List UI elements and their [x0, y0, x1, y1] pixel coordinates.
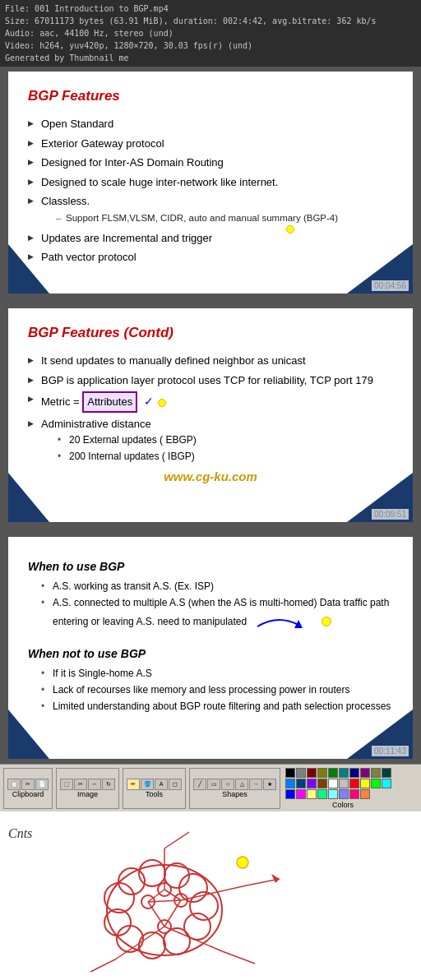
ellipse-btn[interactable]: ○ — [221, 779, 234, 790]
slide2-list: It send updates to manually defined neig… — [28, 351, 393, 466]
color-swatch[interactable] — [328, 779, 338, 788]
color-swatch[interactable] — [296, 768, 306, 778]
file-info: File: 001 Introduction to BGP.mp4 Size: … — [0, 0, 421, 67]
select-btn[interactable]: ⬚ — [60, 779, 73, 790]
file-info-line2: Size: 67011173 bytes (63.91 MiB), durati… — [5, 15, 416, 27]
when-to-use-title: When to use BGP — [28, 560, 393, 573]
paste-btn[interactable]: 📋 — [7, 779, 21, 790]
color-swatch[interactable] — [360, 779, 370, 788]
color-swatch[interactable] — [349, 779, 359, 788]
list-item: Designed for Inter-AS Domain Routing — [28, 153, 393, 173]
sublist-ebgp: 20 External updates ( EBGP) — [58, 432, 393, 448]
list-item-unicast: It send updates to manually defined neig… — [28, 351, 393, 371]
list-item-tcp: BGP is application layer protocol uses T… — [28, 371, 393, 391]
crop-btn[interactable]: ✂ — [74, 779, 87, 790]
color-swatch[interactable] — [328, 789, 338, 799]
when-not-item-1: If it is Single-home A.S — [41, 665, 393, 682]
color-swatch[interactable] — [360, 789, 370, 799]
blue-arrow-annotation — [253, 610, 319, 635]
svg-point-27 — [237, 857, 248, 868]
color-swatch[interactable] — [382, 779, 391, 788]
watermark: www.cg-ku.com — [28, 466, 393, 487]
rect-btn[interactable]: ▭ — [207, 779, 220, 790]
list-item: Open Standard — [28, 114, 393, 134]
color-swatch[interactable] — [339, 779, 349, 788]
list-item-classless: Classless. Support FLSM,VLSM, CIDR, auto… — [28, 192, 393, 229]
drawing-area[interactable]: Cnts — [0, 811, 421, 980]
arrow-btn[interactable]: → — [249, 779, 262, 790]
sublist-ibgp: 200 Internal updates ( IBGP) — [58, 448, 393, 465]
slide3-wrapper: When to use BGP A.S. working as transit … — [0, 532, 421, 764]
svg-line-26 — [164, 927, 222, 951]
color-swatch[interactable] — [339, 768, 349, 778]
file-info-line1: File: 001 Introduction to BGP.mp4 — [5, 2, 416, 15]
cursor-annotation — [286, 225, 294, 233]
clipboard-icons: 📋 ✂ 📄 — [7, 779, 49, 790]
when-not-title: When not to use BGP — [28, 647, 393, 660]
shapes-icons: ╱ ▭ ○ △ → ★ — [193, 779, 276, 790]
file-info-line4: Video: h264, yuv420p, 1280×720, 30.03 fp… — [5, 39, 416, 52]
cursor-dot-metric — [158, 399, 166, 407]
when-not-list: If it is Single-home A.S Lack of recours… — [28, 665, 393, 714]
toolbar-shapes: ╱ ▭ ○ △ → ★ Shapes — [189, 768, 280, 809]
resize-btn[interactable]: ↔ — [88, 779, 101, 790]
text-btn[interactable]: A — [155, 779, 168, 790]
color-swatch[interactable] — [296, 779, 306, 788]
paint-toolbar: 📋 ✂ 📄 Clipboard ⬚ ✂ ↔ ↻ Image ✏ 🪣 A ◻ To… — [0, 764, 421, 811]
rotate-btn[interactable]: ↻ — [102, 779, 115, 790]
when-not-item-2: Lack of recourses like memory and less p… — [41, 682, 393, 698]
when-not-item-3: Limited understanding about BGP route fi… — [41, 698, 393, 714]
cut-btn[interactable]: ✂ — [21, 779, 35, 790]
slide1-timestamp: 00:04:56 — [372, 280, 409, 291]
cursor-dot-slide3 — [322, 617, 331, 626]
list-item-updates: Updates are Incremental and trigger — [28, 229, 393, 248]
color-swatch[interactable] — [285, 768, 295, 778]
slide2: BGP Features (Contd) It send updates to … — [8, 308, 413, 522]
file-info-line3: Audio: aac, 44100 Hz, stereo (und) — [5, 27, 416, 39]
line-btn[interactable]: ╱ — [193, 779, 206, 790]
when-to-use-list: A.S. working as transit A.S. (Ex. ISP) A… — [28, 578, 393, 636]
toolbar-clipboard: 📋 ✂ 📄 Clipboard — [3, 768, 53, 809]
color-swatch[interactable] — [371, 779, 381, 788]
color-swatch[interactable] — [360, 768, 370, 778]
list-item-path: Path vector protocol — [28, 247, 393, 267]
star-btn[interactable]: ★ — [263, 779, 276, 790]
color-swatch[interactable] — [285, 779, 295, 788]
slide2-timestamp: 00:09:51 — [372, 509, 409, 520]
color-swatch[interactable] — [307, 768, 317, 778]
fill-btn[interactable]: 🪣 — [141, 779, 154, 790]
copy-btn[interactable]: 📄 — [35, 779, 49, 790]
clipboard-label: Clipboard — [12, 790, 44, 798]
image-label: Image — [77, 790, 98, 798]
svg-marker-25 — [271, 874, 280, 883]
triangle-btn[interactable]: △ — [235, 779, 248, 790]
slide3: When to use BGP A.S. working as transit … — [8, 537, 413, 759]
pencil-btn[interactable]: ✏ — [127, 779, 140, 790]
color-palette — [285, 768, 400, 799]
eraser-btn[interactable]: ◻ — [169, 779, 182, 790]
tools-label: Tools — [146, 790, 163, 798]
color-swatch[interactable] — [339, 789, 349, 799]
file-info-line5: Generated by Thumbnail me — [5, 52, 416, 64]
admin-sublist: 20 External updates ( EBGP) 200 Internal… — [41, 432, 393, 465]
color-swatch[interactable] — [285, 789, 295, 799]
color-swatch[interactable] — [296, 789, 306, 799]
color-swatch[interactable] — [328, 768, 338, 778]
color-swatch[interactable] — [371, 768, 381, 778]
color-swatch[interactable] — [317, 768, 327, 778]
color-swatch[interactable] — [349, 789, 359, 799]
color-swatch[interactable] — [349, 768, 359, 778]
slide2-wrapper: BGP Features (Contd) It send updates to … — [0, 303, 421, 527]
colors-label: Colors — [332, 801, 354, 809]
color-swatch[interactable] — [382, 768, 391, 778]
when-item-1: A.S. working as transit A.S. (Ex. ISP) — [41, 578, 393, 594]
toolbar-tools: ✏ 🪣 A ◻ Tools — [123, 768, 186, 809]
color-swatch[interactable] — [317, 779, 327, 788]
image-icons: ⬚ ✂ ↔ ↻ — [60, 779, 115, 790]
slide1-title: BGP Features — [28, 88, 393, 104]
slide1-list: Open Standard Exterior Gateway protocol … — [28, 114, 393, 267]
color-swatch[interactable] — [307, 789, 317, 799]
color-swatch[interactable] — [317, 789, 327, 799]
slide1: BGP Features Open Standard Exterior Gate… — [8, 72, 413, 294]
color-swatch[interactable] — [307, 779, 317, 788]
